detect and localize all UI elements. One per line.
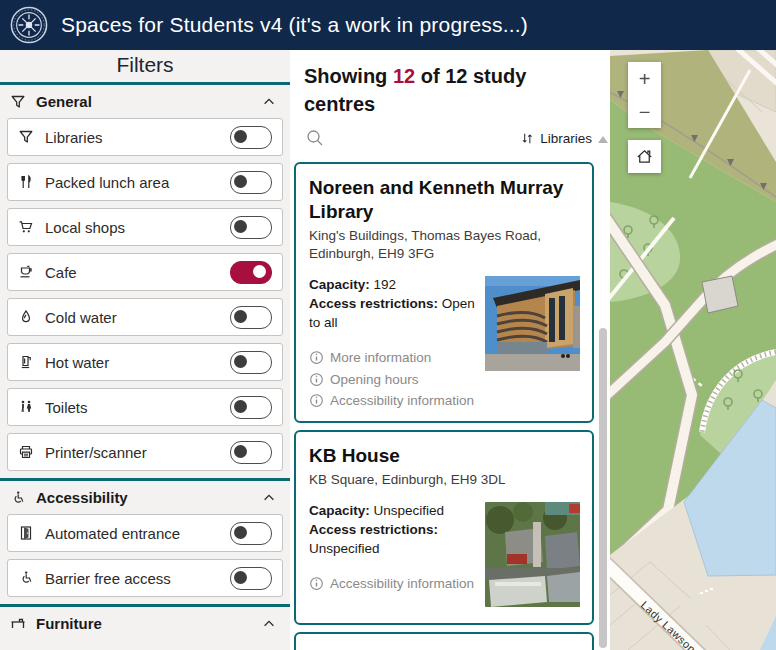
section-header-furniture[interactable]: Furniture <box>0 604 290 640</box>
toggle-knob <box>234 526 247 539</box>
filter-item-libraries: Libraries <box>7 118 283 156</box>
zoom-out-button[interactable]: − <box>628 95 661 128</box>
toggle-toilets[interactable] <box>230 396 272 419</box>
toggle-hot-water[interactable] <box>230 351 272 374</box>
study-centre-card-kb-house[interactable]: KB HouseKB Square, Edinburgh, EH9 3DLCap… <box>294 430 594 625</box>
cup-icon <box>18 264 34 280</box>
toggle-knob <box>234 571 247 584</box>
filter-item-label: Cold water <box>45 309 117 326</box>
filter-item-toilets: Toilets <box>7 388 283 426</box>
section-header-accessibility[interactable]: Accessibility <box>0 478 290 514</box>
filter-item-printer-scanner: Printer/scanner <box>7 433 283 471</box>
filters-panel: Filters GeneralLibrariesPacked lunch are… <box>0 50 290 650</box>
toggle-knob <box>234 130 247 143</box>
card-title: George Square, 50 <box>309 646 580 650</box>
info-icon <box>309 576 324 591</box>
search-icon[interactable] <box>305 128 325 148</box>
chevron-up-icon[interactable] <box>262 617 276 631</box>
filter-item-cafe: Cafe <box>7 253 283 291</box>
filter-item-label: Cafe <box>45 264 77 281</box>
scrollbar-thumb[interactable] <box>599 328 607 648</box>
droplet-icon <box>18 309 34 325</box>
toggle-knob <box>234 400 247 413</box>
toilets-icon <box>18 399 34 415</box>
link-opening-hours[interactable]: Opening hours <box>309 371 580 390</box>
filter-item-automated-entrance: Automated entrance <box>7 514 283 552</box>
chevron-up-icon[interactable] <box>262 95 276 109</box>
capacity-value: 192 <box>374 277 397 292</box>
filter-item-label: Printer/scanner <box>45 444 147 461</box>
toggle-barrier-free-access[interactable] <box>230 567 272 590</box>
section-label: Accessibility <box>36 489 128 506</box>
filter-section-furniture: Furniture <box>0 604 290 640</box>
app-window: Spaces for Students v4 (it's a work in p… <box>0 0 776 650</box>
toggle-cold-water[interactable] <box>230 306 272 329</box>
card-address: King's Buildings, Thomas Bayes Road, Edi… <box>309 227 580 263</box>
filter-item-packed-lunch-area: Packed lunch area <box>7 163 283 201</box>
filter-item-barrier-free-access: Barrier free access <box>7 559 283 597</box>
list-controls: Libraries <box>290 120 610 160</box>
toggle-knob <box>253 265 266 278</box>
toggle-knob <box>234 220 247 233</box>
capacity-label: Capacity: <box>309 277 370 292</box>
printer-icon <box>18 444 34 460</box>
card-title: Noreen and Kenneth Murray Library <box>309 176 580 224</box>
link-label: Accessibility information <box>330 393 474 408</box>
app-title: Spaces for Students v4 (it's a work in p… <box>61 13 528 37</box>
filter-item-label: Toilets <box>45 399 88 416</box>
info-icon <box>309 372 324 387</box>
cutlery-icon <box>18 174 34 190</box>
section-header-general[interactable]: General <box>0 85 290 118</box>
toggle-packed-lunch-area[interactable] <box>230 171 272 194</box>
link-label: Opening hours <box>330 372 419 387</box>
door-icon <box>18 525 34 541</box>
toggle-knob <box>234 175 247 188</box>
filter-item-local-shops: Local shops <box>7 208 283 246</box>
link-accessibility-information[interactable]: Accessibility information <box>309 392 580 411</box>
wheelchair-icon <box>18 570 34 586</box>
university-crest-logo <box>10 6 48 44</box>
study-centre-card-noreen-and-kenneth-murray-library[interactable]: Noreen and Kenneth Murray LibraryKing's … <box>294 162 594 423</box>
summary-prefix: Showing <box>304 65 393 87</box>
toggle-cafe[interactable] <box>230 261 272 284</box>
filter-sections: GeneralLibrariesPacked lunch areaLocal s… <box>0 85 290 640</box>
section-label: General <box>36 93 92 110</box>
scroll-up-arrow[interactable] <box>598 136 608 143</box>
toggle-automated-entrance[interactable] <box>230 522 272 545</box>
kettle-icon <box>18 354 34 370</box>
filter-item-cold-water: Cold water <box>7 298 283 336</box>
filter-item-label: Libraries <box>45 129 103 146</box>
card-body: Capacity: UnspecifiedAccess restrictions… <box>309 502 580 613</box>
capacity-label: Capacity: <box>309 503 370 518</box>
cart-icon <box>18 219 34 235</box>
info-icon <box>309 393 324 408</box>
map-zoom-control: + − <box>628 62 661 128</box>
list-scrollbar[interactable] <box>598 136 608 650</box>
sort-arrows-icon <box>520 131 535 146</box>
map-panel: Lady Lawson + − <box>610 50 776 650</box>
furniture-icon <box>10 616 26 632</box>
access-restrictions-label: Access restrictions: <box>309 522 438 537</box>
sort-control[interactable]: Libraries <box>520 131 592 146</box>
wheelchair-icon <box>10 490 26 506</box>
study-centre-card-george-square-50[interactable]: George Square, 5050 George Square, Edinb… <box>294 632 594 650</box>
card-body: Capacity: 192Access restrictions: Open t… <box>309 276 580 411</box>
study-centre-list: Noreen and Kenneth Murray LibraryKing's … <box>290 160 610 650</box>
home-button[interactable] <box>628 140 661 173</box>
toggle-local-shops[interactable] <box>230 216 272 239</box>
access-restrictions-value: Unspecified <box>309 541 380 556</box>
zoom-in-button[interactable]: + <box>628 62 661 95</box>
toggle-printer-scanner[interactable] <box>230 441 272 464</box>
sort-label: Libraries <box>540 131 592 146</box>
toggle-knob <box>234 445 247 458</box>
access-restrictions-label: Access restrictions: <box>309 296 438 311</box>
chevron-up-icon[interactable] <box>262 491 276 505</box>
funnel-icon <box>18 129 34 145</box>
toggle-libraries[interactable] <box>230 126 272 149</box>
card-address: KB Square, Edinburgh, EH9 3DL <box>309 471 580 489</box>
filter-item-hot-water: Hot water <box>7 343 283 381</box>
filter-item-label: Local shops <box>45 219 125 236</box>
info-icon <box>309 350 324 365</box>
filters-title: Filters <box>0 50 290 85</box>
filter-section-accessibility: AccessibilityAutomated entranceBarrier f… <box>0 478 290 597</box>
